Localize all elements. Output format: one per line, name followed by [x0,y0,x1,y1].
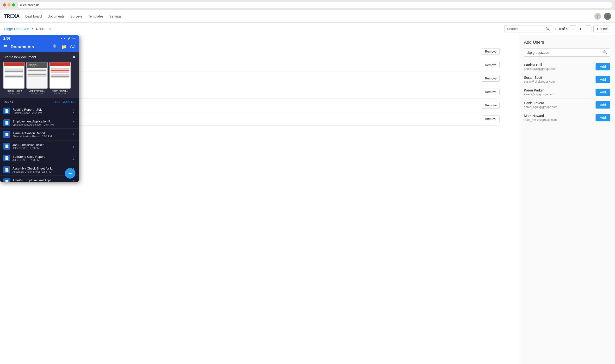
add-users-search-box: 🔍 [524,48,610,57]
doc-item-more-button[interactable]: ⋮ [72,179,75,182]
thumb-alarm-date: Mar 20, 2018 [50,92,71,95]
refresh-icon[interactable]: ↻ [49,27,52,31]
doc-item-category: Assembly Check Sheet [13,170,40,173]
add-users-panel: Add Users 🔍 Patricia Hall patricia@ckpjg… [519,35,615,364]
doc-item-meta: Employement Application 2:54 PM [13,123,69,126]
url-bar[interactable]: client.trexa.us [17,2,612,8]
nav-templates[interactable]: Templates [88,13,104,19]
doc-item-more-button[interactable]: ⋮ [72,156,75,160]
prev-page-button[interactable]: ‹ [570,26,576,32]
email-column-header: Email [19,35,500,45]
cancel-button[interactable]: Cancel [593,25,611,32]
browser-chrome: client.trexa.us [0,0,615,10]
doc-item-info: SoftStone Case Report JOB TICKET 2:53 PM [13,155,69,161]
add-candidate-button[interactable]: Add [596,101,610,108]
doc-item-info: AntoViK Employement Appli... Employement… [13,178,69,182]
thumb-employment-date: Mar 20, 2018 [27,92,48,95]
doc-item-meta: Alarm Activation Report 2:54 PM [13,135,69,138]
candidate-row: Daniel Rivera daniel_r@ckpjgroups.com Ad… [524,99,610,111]
candidates-container: Patricia Hall patricia@ckpjgroups.com Ad… [524,61,610,124]
nav-links: Dashboard Documents Surveys Templates Se… [25,13,121,19]
remove-button[interactable]: Remove [482,62,500,68]
pagination-info: 1 - 6 of 6 [554,27,567,31]
search-box: 🔍 [504,25,552,32]
next-page-button[interactable]: › [585,26,591,32]
list-item[interactable]: 📄 Roofing Report - JNL Roofing Report 2:… [0,105,79,117]
candidate-info: Karen Parker karen@ckpjgroups.com [524,88,554,96]
candidate-name: Susan Scott [524,76,555,79]
maximize-button[interactable] [12,3,15,6]
doc-item-info: Employement Application F... Employement… [13,119,69,126]
remove-button[interactable]: Remove [482,102,500,108]
thumb-employment-header: ApplicationFor Employment [27,63,47,68]
remove-button[interactable]: Remove [482,75,500,82]
today-section: TODAY ↓ LAST MODIFIED [0,98,79,103]
traffic-lights [3,3,15,6]
help-icon[interactable]: ? [594,13,601,20]
table-row: robert@ckpjgroups.com Remove [19,72,500,85]
thumb-roofing-date: Mar 20, 2018 [3,92,25,95]
thumb-alarm[interactable]: Alarm Activati... Mar 20, 2018 [50,62,71,95]
main-layout: Email james@ckpjgroups.com Remove john@m… [0,35,615,364]
doc-item-meta: Roofing Report 2:54 PM [13,111,69,114]
nav-surveys[interactable]: Surveys [70,13,83,19]
thumb-roofing-report[interactable]: Roofing Report Mar 20, 2018 [3,62,25,95]
add-candidate-button[interactable]: Add [596,76,610,83]
candidate-info: Daniel Rivera daniel_r@ckpjgroups.com [524,101,557,109]
doc-item-category: JOB TICKET [13,147,28,150]
breadcrumb-current: Users [36,27,45,31]
last-modified-sort[interactable]: ↓ LAST MODIFIED [53,100,75,103]
remove-button[interactable]: Remove [482,48,500,55]
search-icon: 🔍 [603,50,608,55]
mobile-app-title: Documents [11,44,49,50]
menu-icon[interactable]: ☰ [3,44,7,50]
list-item[interactable]: 📄 SoftStone Case Report JOB TICKET 2:53 … [0,152,79,164]
doc-item-time: 2:53 PM [29,147,40,150]
close-button[interactable] [3,3,6,6]
add-candidate-button[interactable]: Add [596,89,610,96]
candidate-row: Mark Howard mark_h@ckpjgroups.com Add [524,111,610,124]
thumb-employment-img: ApplicationFor Employment [27,62,48,89]
table-row: william@ckpjgroups.com Remove [19,99,500,112]
today-label-row: TODAY ↓ LAST MODIFIED [3,100,75,103]
minimize-button[interactable] [7,3,11,6]
doc-item-name: Job Submission Ticket [13,143,69,147]
doc-item-meta: JOB TICKET 2:53 PM [13,147,69,150]
doc-item-more-button[interactable]: ⋮ [72,132,75,137]
add-candidate-button[interactable]: Add [596,114,610,121]
remove-button[interactable]: Remove [482,116,500,122]
doc-item-time: 2:54 PM [44,123,54,126]
mobile-folder-icon[interactable]: 📁 [61,44,67,50]
candidate-email: karen@ckpjgroups.com [524,93,554,96]
doc-item-more-button[interactable]: ⋮ [72,144,75,149]
nav-settings[interactable]: Settings [109,13,121,19]
doc-item-more-button[interactable]: ⋮ [72,120,75,125]
nav-dashboard[interactable]: Dashboard [25,13,42,19]
mobile-search-icon[interactable]: 🔍 [53,44,58,50]
nav-documents[interactable]: Documents [48,13,65,19]
add-candidate-button[interactable]: Add [596,63,610,70]
doc-item-more-button[interactable]: ⋮ [72,109,75,113]
start-new-document-section: Start a new document ✕ [0,52,79,62]
list-item[interactable]: 📄 Employement Application F... Employeme… [0,117,79,129]
search-input[interactable] [507,27,544,31]
thumb-content [4,66,24,88]
thumb-employment[interactable]: ApplicationFor Employment Employeme [27,62,48,95]
user-avatar[interactable]: 👤 [604,13,611,20]
doc-item-info: Roofing Report - JNL Roofing Report 2:54… [13,108,69,114]
breadcrumb-bar: Large Data Doc / Users ↻ 🔍 1 - 6 of 6 ‹ … [0,23,615,35]
list-item[interactable]: 📄 Alarm Activation Report Alarm Activati… [0,129,79,141]
candidate-name: Karen Parker [524,88,554,92]
doc-item-name: Roofing Report - JNL [13,108,69,111]
add-users-search-input[interactable] [527,51,601,54]
table-row: james@ckpjgroups.com Remove [19,45,500,58]
remove-button[interactable]: Remove [482,89,500,95]
close-new-doc-button[interactable]: ✕ [72,55,75,59]
mobile-sort-icon[interactable]: AZ [70,44,75,50]
list-item[interactable]: 📄 Job Submission Ticket JOB TICKET 2:53 … [0,141,79,152]
doc-item-name: Assembly Check Sheet for I... [13,167,69,170]
candidate-row: Susan Scott susan@ckpjgroups.com Add [524,73,610,86]
fab-add-button[interactable]: + [65,168,75,179]
breadcrumb-actions: 🔍 1 - 6 of 6 ‹ 1 › Cancel [504,25,611,32]
breadcrumb-parent[interactable]: Large Data Doc [4,27,29,31]
